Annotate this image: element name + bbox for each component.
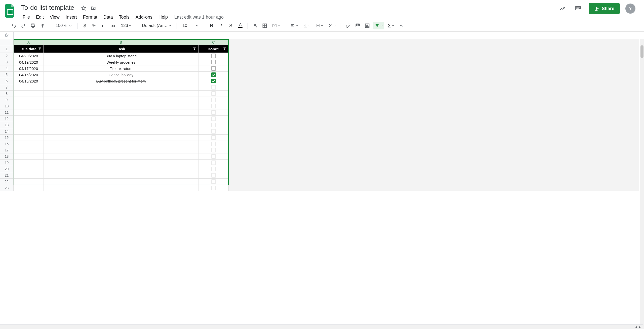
filter-icon[interactable] (193, 47, 196, 51)
sheets-logo-icon[interactable] (5, 4, 15, 18)
cell-C4[interactable] (198, 65, 229, 72)
cell-B19[interactable] (44, 160, 198, 166)
spreadsheet-grid[interactable]: ABC1Due dateTaskDone?204/20/2020Buy a la… (0, 39, 229, 191)
cell-C19[interactable] (198, 160, 229, 166)
cell-A12[interactable] (14, 116, 44, 122)
insert-link-button[interactable] (344, 22, 352, 29)
row-header-22[interactable]: 22 (0, 179, 14, 185)
header-cell-done[interactable]: Done? (198, 45, 229, 53)
cell-A22[interactable] (14, 179, 44, 185)
row-header-7[interactable]: 7 (0, 84, 14, 91)
row-header-6[interactable]: 6 (0, 78, 14, 84)
functions-button[interactable]: Σ (386, 22, 395, 29)
row-header-5[interactable]: 5 (0, 72, 14, 78)
cell-A6[interactable]: 04/15/2020 (14, 78, 44, 84)
column-header-B[interactable]: B (44, 39, 198, 45)
cell-B10[interactable] (44, 103, 198, 109)
menu-add-ons[interactable]: Add-ons (133, 14, 155, 21)
cell-C7[interactable] (198, 84, 229, 91)
row-header-16[interactable]: 16 (0, 141, 14, 147)
paint-format-button[interactable] (39, 22, 46, 29)
row-header-13[interactable]: 13 (0, 122, 14, 128)
move-icon[interactable] (90, 5, 97, 12)
cell-C5[interactable] (198, 72, 229, 78)
cell-B17[interactable] (44, 147, 198, 153)
bold-button[interactable]: B (208, 22, 215, 29)
cell-A21[interactable] (14, 172, 44, 179)
cell-B4[interactable]: File tax return (44, 65, 198, 72)
trend-icon[interactable] (557, 4, 568, 14)
font-size-dropdown[interactable]: 10 (180, 22, 200, 29)
checkbox[interactable] (211, 104, 216, 108)
row-header-1[interactable]: 1 (0, 45, 14, 53)
checkbox[interactable] (211, 173, 216, 178)
checkbox[interactable] (211, 110, 216, 115)
cell-A11[interactable] (14, 109, 44, 116)
filter-icon[interactable] (38, 47, 42, 51)
row-header-23[interactable]: 23 (0, 185, 14, 191)
print-button[interactable] (29, 22, 37, 29)
checkbox[interactable] (211, 72, 216, 77)
checkbox[interactable] (211, 79, 216, 83)
vertical-scrollbar[interactable] (640, 39, 644, 329)
merge-cells-button[interactable] (270, 22, 281, 29)
checkbox[interactable] (211, 98, 216, 102)
cell-C13[interactable] (198, 122, 229, 128)
cell-B7[interactable] (44, 84, 198, 91)
scroll-right-icon[interactable]: ▸ (638, 325, 642, 329)
zoom-dropdown[interactable]: 100% (54, 22, 74, 29)
strikethrough-button[interactable]: S (227, 22, 234, 29)
checkbox[interactable] (211, 148, 216, 152)
horizontal-scrollbar[interactable]: ◂ ▸ (0, 324, 643, 329)
cell-A9[interactable] (14, 97, 44, 103)
cell-A8[interactable] (14, 91, 44, 97)
cell-B11[interactable] (44, 109, 198, 116)
cell-B12[interactable] (44, 116, 198, 122)
select-all-corner[interactable] (0, 39, 14, 45)
cell-C2[interactable] (198, 53, 229, 59)
cell-B23[interactable] (44, 185, 198, 191)
filter-icon[interactable] (223, 47, 226, 51)
currency-button[interactable]: $ (81, 22, 89, 29)
cell-A10[interactable] (14, 103, 44, 109)
cell-B14[interactable] (44, 128, 198, 135)
cell-B16[interactable] (44, 141, 198, 147)
cell-C20[interactable] (198, 166, 229, 172)
checkbox[interactable] (211, 135, 216, 140)
cell-C22[interactable] (198, 179, 229, 185)
cell-B2[interactable]: Buy a laptop stand (44, 53, 198, 59)
cell-A23[interactable] (14, 185, 44, 191)
cell-A20[interactable] (14, 166, 44, 172)
cell-B18[interactable] (44, 153, 198, 160)
cell-C15[interactable] (198, 135, 229, 141)
percent-button[interactable]: % (91, 22, 98, 29)
checkbox[interactable] (211, 116, 216, 121)
share-button[interactable]: Share (589, 3, 620, 14)
cell-C18[interactable] (198, 153, 229, 160)
cell-A16[interactable] (14, 141, 44, 147)
cell-C3[interactable] (198, 59, 229, 65)
checkbox[interactable] (211, 167, 216, 171)
undo-button[interactable] (10, 22, 18, 29)
checkbox[interactable] (211, 142, 216, 146)
cell-C21[interactable] (198, 172, 229, 179)
checkbox[interactable] (211, 179, 216, 184)
filter-button[interactable] (373, 22, 384, 29)
column-header-A[interactable]: A (14, 39, 44, 45)
checkbox[interactable] (211, 160, 216, 165)
row-header-10[interactable]: 10 (0, 103, 14, 109)
cell-B13[interactable] (44, 122, 198, 128)
last-edit-label[interactable]: Last edit was 1 hour ago (174, 15, 224, 20)
cell-C17[interactable] (198, 147, 229, 153)
row-header-9[interactable]: 9 (0, 97, 14, 103)
row-header-18[interactable]: 18 (0, 153, 14, 160)
cell-A15[interactable] (14, 135, 44, 141)
cell-C9[interactable] (198, 97, 229, 103)
document-title[interactable]: To-do list template (20, 3, 76, 12)
text-color-button[interactable]: A (236, 22, 244, 29)
collapse-toolbar-button[interactable] (397, 22, 405, 29)
redo-button[interactable] (20, 22, 27, 29)
row-header-21[interactable]: 21 (0, 172, 14, 179)
cell-C12[interactable] (198, 116, 229, 122)
row-header-15[interactable]: 15 (0, 135, 14, 141)
